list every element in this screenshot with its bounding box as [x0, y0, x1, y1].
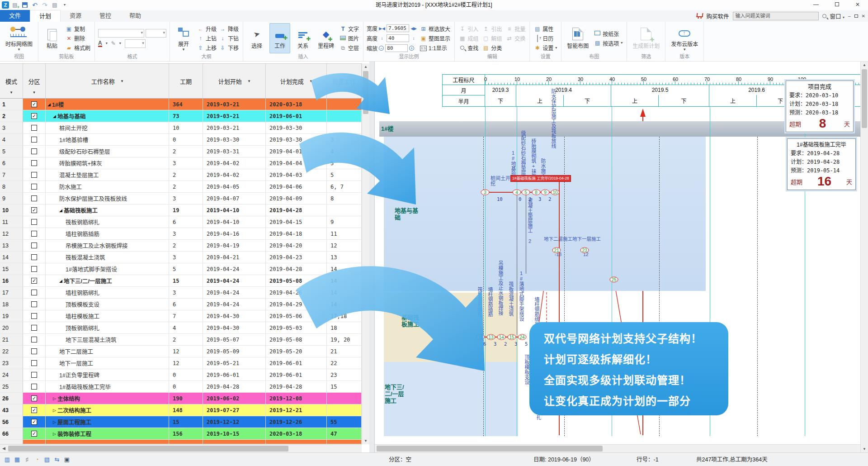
network-node[interactable]: 15 — [508, 334, 516, 340]
network-node[interactable]: 8 — [532, 190, 541, 195]
duration-cell[interactable]: 3 — [169, 228, 203, 240]
table-row[interactable]: 241#正负零里程碑02019-06-012019-06-0123 — [0, 369, 362, 381]
task-name-cell[interactable]: ▷二次结构施工 — [46, 404, 169, 416]
plan-finish-cell[interactable]: 2019-04-03 — [266, 169, 327, 181]
plan-start-cell[interactable]: 2019-04-24 — [203, 275, 266, 287]
plan-finish-cell[interactable]: 2019-04-15 — [266, 216, 327, 228]
duration-cell[interactable]: 2 — [169, 181, 203, 193]
plan-finish-cell[interactable]: 2019-12-21 — [266, 404, 327, 416]
task-name-cell[interactable]: 地下三层混凝土浇筑 — [46, 334, 169, 346]
predecessor-cell[interactable]: 18 — [327, 322, 362, 334]
zone-checkbox[interactable]: ✓ — [31, 113, 37, 119]
predecessor-cell[interactable] — [327, 99, 362, 110]
zone-checkbox[interactable] — [31, 372, 37, 378]
table-horizontal-scrollbar[interactable]: ◀ — [0, 444, 362, 452]
plan-finish-cell[interactable]: 2019-04-28 — [266, 263, 327, 275]
table-row[interactable]: 1✓◢1#楼3642019-03-212020-03-18 — [0, 99, 362, 110]
classify-button[interactable]: ▤分类 — [481, 43, 503, 52]
predecessor-cell[interactable]: 14 — [327, 299, 362, 310]
duration-cell[interactable]: 2 — [169, 334, 203, 346]
plan-start-cell[interactable]: 2019-10-15 — [203, 428, 266, 440]
predecessor-cell[interactable]: 14 — [327, 287, 362, 299]
scroll-thumb[interactable] — [377, 446, 603, 452]
table-row[interactable]: 21地下三层混凝土浇筑22019-05-072019-05-0819, 20 — [0, 334, 362, 346]
plan-start-cell[interactable]: 2019-04-05 — [203, 181, 266, 193]
duration-cell[interactable]: 3 — [169, 157, 203, 169]
predecessor-cell[interactable]: 19, 20 — [327, 334, 362, 346]
zone-checkbox[interactable] — [31, 219, 37, 225]
duration-cell[interactable]: 12 — [169, 357, 203, 369]
collapse-icon[interactable]: ◢ — [59, 208, 62, 213]
table-row[interactable]: 11筏板钢筋绑扎62019-04-102019-04-159 — [0, 216, 362, 228]
task-name-cell[interactable]: 地下一层施工 — [46, 357, 169, 369]
plan-start-cell[interactable]: 2019-03-21 — [203, 122, 266, 134]
zone-checkbox[interactable] — [31, 313, 37, 319]
duration-cell[interactable]: 7 — [169, 310, 203, 322]
plan-finish-cell[interactable]: 2019-06-01 — [266, 110, 327, 122]
expand-button[interactable]: 展开▼ — [173, 23, 194, 53]
insert-text-button[interactable]: T文字 — [339, 24, 360, 33]
task-name-cell[interactable]: 级配砂石砂石褥垫层 — [46, 146, 169, 157]
duration-cell[interactable]: 15 — [169, 275, 203, 287]
plan-start-cell[interactable]: 2019-03-21 — [203, 99, 266, 110]
calendar-button[interactable]: 日历 — [533, 34, 558, 43]
predecessor-cell[interactable]: 8 — [327, 193, 362, 204]
zone-cell[interactable] — [23, 346, 46, 357]
width-shrink-icon[interactable]: ▶◀ — [379, 26, 385, 31]
zone-cell[interactable] — [23, 287, 46, 299]
zone-checkbox[interactable]: ✓ — [31, 419, 37, 425]
delete-button[interactable]: ✕删除 — [65, 34, 91, 43]
by-paper-button[interactable]: 按纸张 — [593, 29, 623, 38]
table-row[interactable]: 56✓▷屋面工程施工152019-12-122019-12-2655 — [0, 416, 362, 428]
task-name-cell[interactable]: 桩间土开挖 — [46, 122, 169, 134]
save-icon[interactable] — [21, 1, 29, 9]
task-name-cell[interactable]: 砖胎膜砌筑+抹灰 — [46, 157, 169, 169]
scroll-down-icon[interactable]: ▼ — [861, 446, 868, 452]
zone-cell[interactable] — [23, 252, 46, 263]
move-up-button[interactable]: ⇧上移 — [196, 43, 217, 52]
task-name-cell[interactable]: ◢1#楼 — [46, 99, 169, 110]
zone-checkbox[interactable] — [31, 384, 37, 390]
zone-cell[interactable]: ✓ — [23, 428, 46, 440]
table-row[interactable]: 7混凝土垫层施工22019-04-022019-04-035 — [0, 169, 362, 181]
table-row[interactable]: 5级配砂石砂石褥垫层22019-03-312019-04-014 — [0, 146, 362, 157]
plan-finish-cell[interactable]: 2019-06-01 — [266, 357, 327, 369]
tab-help[interactable]: 帮助 — [120, 10, 150, 22]
publish-cloud-button[interactable]: 发布云版本▼ — [669, 23, 700, 53]
table-row[interactable]: 9防水保护层施工及筏板放线32019-04-072019-04-098 — [0, 193, 362, 204]
predecessor-cell[interactable] — [327, 404, 362, 416]
table-row[interactable]: 151#落地式脚手架搭设52019-04-242019-04-2814 — [0, 263, 362, 275]
minimize-button[interactable]: — — [806, 0, 826, 10]
view-combo-icon[interactable]: ▦ — [14, 456, 21, 463]
task-name-cell[interactable]: 混凝土垫层施工 — [46, 169, 169, 181]
task-name-cell[interactable]: 1#正负零里程碑 — [46, 369, 169, 381]
task-name-cell[interactable]: 防水施工 — [46, 181, 169, 193]
zone-checkbox[interactable]: ✓ — [31, 431, 37, 437]
ribbon-minimize-icon[interactable]: – — [848, 14, 851, 19]
duration-cell[interactable]: 12 — [169, 346, 203, 357]
scroll-thumb[interactable] — [8, 446, 288, 452]
plan-start-cell[interactable]: 2019-04-21 — [203, 252, 266, 263]
zone-cell[interactable] — [23, 381, 46, 393]
task-name-cell[interactable]: 墙柱钢筋绑扎 — [46, 287, 169, 299]
zone-checkbox[interactable]: ✓ — [31, 207, 37, 213]
scale-value-input[interactable]: 80 — [385, 44, 408, 52]
network-node[interactable]: 25 — [610, 277, 618, 283]
insert-relation-button[interactable]: ✚ 关系 — [292, 23, 313, 53]
plan-start-cell[interactable]: 2019-04-24 — [203, 287, 266, 299]
collapse-icon[interactable]: ◢ — [53, 114, 56, 119]
diagram-horizontal-scrollbar[interactable] — [375, 444, 860, 452]
fit-view-button[interactable]: ▣整图显示 — [419, 34, 451, 43]
insert-empty-layer-button[interactable]: ⧉空层 — [339, 43, 360, 52]
plan-start-cell[interactable]: 2019-12-12 — [203, 416, 266, 428]
task-name-cell[interactable]: ◢地下三/二/一层施工 — [46, 275, 169, 287]
zone-cell[interactable]: ✓ — [23, 404, 46, 416]
predecessor-cell[interactable]: 15 — [327, 381, 362, 393]
task-name-cell[interactable]: 1#落地式脚手架搭设 — [46, 263, 169, 275]
zone-cell[interactable]: ✓ — [23, 110, 46, 122]
paste-button[interactable]: 粘贴 — [42, 23, 62, 53]
by-option-button[interactable]: ▤按选项▾ — [593, 39, 623, 48]
network-node[interactable]: 9 — [541, 190, 550, 195]
network-node[interactable]: 23 — [580, 247, 589, 253]
plan-start-cell[interactable]: 2019-04-30 — [203, 322, 266, 334]
